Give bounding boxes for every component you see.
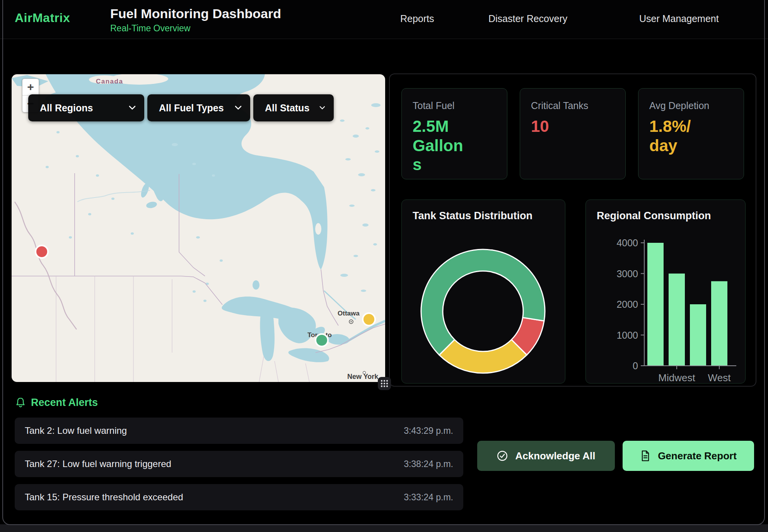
check-circle-icon — [497, 450, 508, 462]
alert-row[interactable]: Tank 2: Low fuel warning 3:43:29 p.m. — [15, 418, 463, 444]
alert-message: Tank 15: Pressure threshold exceeded — [25, 492, 183, 503]
alert-row[interactable]: Tank 27: Low fuel warning triggered 3:38… — [15, 451, 463, 477]
y-tick-label: 4000 — [616, 237, 638, 248]
fuel-monitoring-dashboard: AirMatrix Fuel Monitoring Dashboard Real… — [0, 0, 768, 532]
island-akimiski — [315, 223, 321, 235]
x-tick-label: West — [708, 372, 731, 384]
fuel-type-filter-value: All Fuel Types — [159, 102, 224, 114]
fuel-type-filter-dropdown[interactable]: All Fuel Types — [147, 94, 250, 121]
lake — [146, 201, 158, 209]
alert-row[interactable]: Tank 15: Pressure threshold exceeded 3:3… — [15, 484, 463, 510]
bar-0 — [647, 243, 664, 366]
alert-message: Tank 27: Low fuel warning triggered — [25, 459, 171, 469]
kpi-label: Critical Tanks — [531, 100, 625, 111]
grip-dots-icon — [380, 379, 389, 388]
country-label: Canada — [96, 78, 123, 85]
status-filter-value: All Status — [265, 102, 309, 114]
window-bottom-strip — [0, 524, 768, 532]
regional-consumption-card: Regional Consumption 01000200030004000Mi… — [585, 200, 746, 384]
chevron-down-icon — [235, 106, 242, 110]
kpi-value: 10 — [531, 117, 589, 136]
donut-segment-warning — [439, 340, 527, 373]
page-title: Fuel Monitoring Dashboard — [110, 6, 281, 21]
generate-report-label: Generate Report — [658, 450, 737, 462]
map-resize-handle[interactable] — [378, 377, 391, 390]
nav-reports[interactable]: Reports — [400, 13, 434, 24]
rockies-river — [15, 202, 77, 329]
acknowledge-all-button[interactable]: Acknowledge All — [477, 441, 615, 471]
map-filter-bar: All Regions All Fuel Types All Status — [28, 94, 334, 121]
kpi-avg-depletion: Avg Depletion 1.8%/day — [638, 88, 744, 179]
kpi-total-fuel: Total Fuel 2.5M Gallons — [401, 88, 507, 179]
status-filter-dropdown[interactable]: All Status — [253, 94, 334, 121]
y-tick-label: 1000 — [616, 330, 638, 341]
city-label-ottawa: Ottawa — [338, 310, 360, 317]
zoom-in-button[interactable]: + — [22, 79, 39, 95]
map-marker-critical[interactable] — [36, 246, 48, 258]
lake-erie — [288, 348, 329, 362]
bar-2 — [690, 304, 706, 366]
kpi-label: Avg Depletion — [649, 100, 744, 111]
nav-user-management[interactable]: User Management — [639, 13, 719, 24]
bar-3 — [711, 281, 727, 366]
alert-message: Tank 2: Low fuel warning — [25, 425, 127, 436]
lake-michigan — [260, 306, 275, 361]
stats-panel: Total Fuel 2.5M Gallons Critical Tanks 1… — [389, 73, 756, 387]
chevron-down-icon — [319, 106, 325, 110]
region-filter-dropdown[interactable]: All Regions — [28, 94, 144, 121]
bar-1 — [669, 274, 685, 366]
recent-alerts-title: Recent Alerts — [31, 397, 98, 409]
river — [77, 190, 150, 202]
kpi-critical-tanks: Critical Tanks 10 — [520, 88, 626, 179]
regional-consumption-bar-chart: 01000200030004000MidwestWest — [586, 200, 746, 384]
alert-timestamp: 3:38:24 p.m. — [404, 459, 453, 469]
y-tick-label: 0 — [633, 360, 638, 371]
kpi-label: Total Fuel — [413, 100, 507, 111]
page-subtitle: Real-Time Overview — [110, 23, 190, 34]
alert-timestamp: 3:33:24 p.m. — [404, 492, 453, 503]
tank-status-distribution-card: Tank Status Distribution — [401, 200, 565, 384]
bell-icon — [15, 397, 26, 409]
tank-status-donut-chart — [402, 200, 566, 384]
x-tick-label: Midwest — [658, 372, 695, 384]
map-marker-warning[interactable] — [363, 313, 375, 326]
alert-timestamp: 3:43:29 p.m. — [404, 426, 453, 436]
city-label-new-york: New York — [347, 373, 379, 380]
region-filter-value: All Regions — [40, 102, 93, 114]
kpi-value: 2.5M Gallons — [413, 117, 471, 174]
y-tick-label: 3000 — [616, 268, 638, 279]
island — [278, 78, 314, 91]
map-marker-normal[interactable] — [316, 334, 328, 346]
y-tick-label: 2000 — [616, 299, 638, 310]
lake-nipigon — [253, 280, 259, 290]
generate-report-button[interactable]: Generate Report — [623, 441, 754, 471]
acknowledge-all-label: Acknowledge All — [515, 450, 595, 462]
nav-disaster-recovery[interactable]: Disaster Recovery — [488, 13, 567, 24]
app-logo: AirMatrix — [15, 11, 70, 25]
app-header: AirMatrix Fuel Monitoring Dashboard Real… — [0, 0, 768, 39]
kpi-value: 1.8%/day — [649, 117, 700, 155]
capital-icon-dot — [350, 321, 352, 322]
document-icon — [640, 450, 651, 462]
chevron-down-icon — [129, 106, 136, 110]
